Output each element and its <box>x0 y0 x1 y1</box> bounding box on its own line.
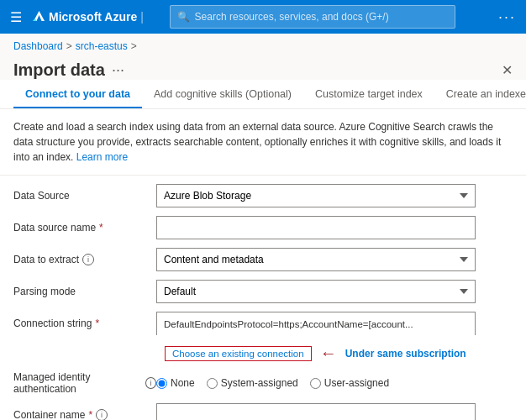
radio-system-assigned[interactable]: System-assigned <box>207 377 298 389</box>
data-source-select[interactable]: Azure Blob StorageAzure SQL DatabaseCosm… <box>156 184 476 207</box>
page-options-icon[interactable]: ··· <box>112 61 124 79</box>
learn-more-link[interactable]: Learn more <box>76 151 128 163</box>
page-header: Import data ··· ✕ <box>0 55 526 80</box>
container-name-row: Container name * i <box>13 403 513 420</box>
tab-cognitive-skills-label: Add cognitive skills (Optional) <box>154 88 292 100</box>
tab-target-index-label: Customize target index <box>315 88 423 100</box>
close-button[interactable]: ✕ <box>502 62 513 78</box>
data-extract-row: Data to extract i Content and metadataSt… <box>13 248 513 271</box>
brand-logo: Microsoft Azure | <box>30 9 144 24</box>
breadcrumb-sep2: > <box>131 40 137 52</box>
data-extract-label: Data to extract i <box>13 254 156 265</box>
tab-connect-data-label: Connect to your data <box>25 88 130 100</box>
connection-string-row: Connection string * <box>13 312 513 335</box>
data-source-row: Data Source Azure Blob StorageAzure SQL … <box>13 184 513 207</box>
radio-user-input[interactable] <box>310 378 321 389</box>
data-extract-select[interactable]: Content and metadataStorage metadataAll … <box>156 248 476 271</box>
radio-user-assigned[interactable]: User-assigned <box>310 377 389 389</box>
nav-more-icon[interactable]: ··· <box>498 8 516 26</box>
data-source-label: Data Source <box>13 190 156 202</box>
search-input[interactable] <box>195 11 448 23</box>
parsing-mode-select[interactable]: DefaultJSONCSVTSV <box>156 280 476 303</box>
container-name-control <box>156 403 476 420</box>
required-marker: * <box>99 222 103 234</box>
container-required: * <box>88 409 92 420</box>
brand-text: Microsoft Azure <box>49 10 137 24</box>
parsing-mode-label: Parsing mode <box>13 286 156 297</box>
data-source-name-input[interactable] <box>156 216 476 239</box>
search-bar[interactable]: 🔍 <box>170 5 455 29</box>
search-icon: 🔍 <box>177 11 190 23</box>
breadcrumb-sep1: > <box>66 40 72 52</box>
description-text: Create and load a search index using dat… <box>0 109 526 176</box>
tab-target-index[interactable]: Customize target index <box>303 80 434 108</box>
data-extract-control: Content and metadataStorage metadataAll … <box>156 248 476 271</box>
hamburger-icon[interactable]: ☰ <box>10 9 22 25</box>
choose-connection-button[interactable]: Choose an existing connection <box>165 346 312 361</box>
tab-create-indexer-label: Create an indexer <box>446 88 526 100</box>
radio-system-input[interactable] <box>207 378 218 389</box>
connection-string-required: * <box>95 318 99 329</box>
parsing-mode-control: DefaultJSONCSVTSV <box>156 280 476 303</box>
tab-connect-data[interactable]: Connect to your data <box>13 80 142 108</box>
managed-identity-info-icon[interactable]: i <box>145 377 156 389</box>
managed-identity-control: None System-assigned User-assigned <box>156 377 476 389</box>
brand-pipe: | <box>140 10 144 24</box>
container-info-icon[interactable]: i <box>96 409 108 420</box>
main-panel: Connect to your data Add cognitive skill… <box>0 80 526 420</box>
data-source-name-control <box>156 216 476 239</box>
connection-string-label: Connection string * <box>13 318 156 329</box>
arrow-icon: ← <box>320 344 337 363</box>
managed-identity-label: Managed identity authentication i <box>13 371 156 395</box>
parsing-mode-row: Parsing mode DefaultJSONCSVTSV <box>13 280 513 303</box>
breadcrumb-dashboard[interactable]: Dashboard <box>13 40 63 52</box>
azure-icon <box>30 9 45 24</box>
radio-none[interactable]: None <box>156 377 195 389</box>
radio-none-input[interactable] <box>156 378 167 389</box>
choose-connection-row: Choose an existing connection ← Under sa… <box>13 344 513 363</box>
managed-identity-row: Managed identity authentication i None S… <box>13 371 513 395</box>
tab-bar: Connect to your data Add cognitive skill… <box>0 80 526 109</box>
container-name-label: Container name * i <box>13 409 156 420</box>
container-name-input[interactable] <box>156 403 476 420</box>
under-subscription-text: Under same subscription <box>345 348 466 360</box>
data-source-name-label: Data source name * <box>13 222 156 234</box>
page-title: Import data <box>13 60 105 80</box>
breadcrumb-srch[interactable]: srch-eastus <box>76 40 128 52</box>
breadcrumb: Dashboard > srch-eastus > <box>0 34 526 55</box>
data-extract-info-icon[interactable]: i <box>82 254 94 265</box>
data-source-control: Azure Blob StorageAzure SQL DatabaseCosm… <box>156 184 476 207</box>
tab-cognitive-skills[interactable]: Add cognitive skills (Optional) <box>142 80 303 108</box>
form-body: Data Source Azure Blob StorageAzure SQL … <box>0 176 526 420</box>
managed-identity-radio-group: None System-assigned User-assigned <box>156 377 476 389</box>
tab-create-indexer[interactable]: Create an indexer <box>434 80 526 108</box>
data-source-name-row: Data source name * <box>13 216 513 239</box>
connection-string-input[interactable] <box>156 312 476 335</box>
nav-bar: ☰ Microsoft Azure | 🔍 ··· <box>0 0 526 34</box>
connection-string-wrapper <box>156 312 476 335</box>
